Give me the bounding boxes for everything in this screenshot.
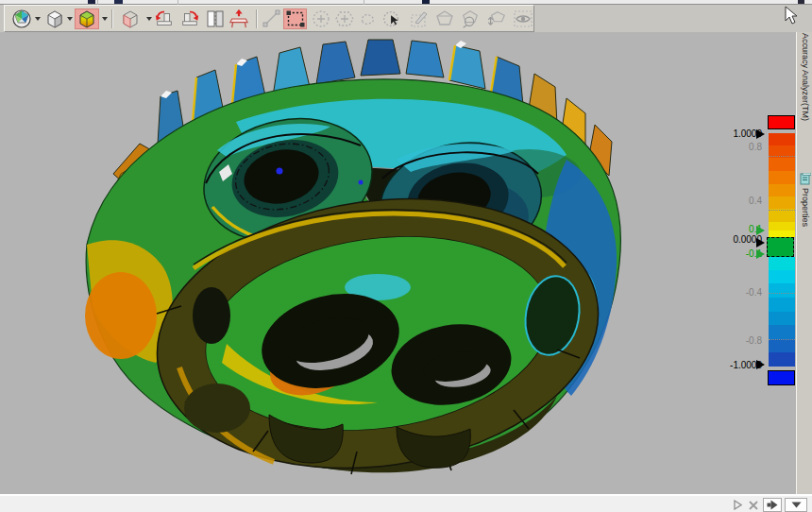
brush-select-icon — [409, 9, 430, 29]
clipping-cube-button[interactable] — [120, 9, 141, 29]
menu-fragment — [114, 0, 123, 4]
legend-marker-n01[interactable] — [756, 249, 765, 259]
circle-select-button[interactable] — [311, 9, 331, 29]
surface-select-icon — [434, 9, 455, 29]
menu-fragment — [88, 0, 95, 4]
model-viewport[interactable]: 1.0000 0.8 0.4 0.1 0.0000 -0.1 -0.4 -0.8… — [0, 32, 797, 494]
polygon-select-button[interactable] — [334, 9, 355, 29]
legend-label-n01: -0.1 — [702, 248, 762, 260]
reference-point-marker-2 — [359, 180, 364, 185]
mouse-cursor — [785, 6, 800, 25]
color-map-dropdown[interactable] — [102, 17, 108, 21]
legend-gridline-n04 — [769, 293, 795, 294]
table-up-arrow-icon — [228, 8, 249, 30]
clipped-menu-strip — [0, 0, 812, 5]
legend-label-zero: 0.0000 — [702, 234, 762, 246]
surface-lasso-icon — [460, 9, 481, 29]
close-icon — [749, 501, 758, 510]
split-view-icon — [206, 9, 225, 29]
shaded-view-dropdown[interactable] — [67, 17, 73, 21]
through-surface-select-button[interactable] — [486, 9, 507, 29]
surface-select-button[interactable] — [434, 9, 455, 29]
surface-lasso-select-button[interactable] — [460, 9, 481, 29]
eye-select-icon — [513, 9, 533, 29]
color-map-cube-icon — [76, 9, 97, 29]
freeform-select-icon — [358, 9, 379, 29]
legend-label-max: 1.0000 — [702, 128, 762, 140]
menu-fragment — [422, 0, 430, 4]
rectangle-select-icon — [285, 9, 306, 29]
legend-label-08: 0.8 — [702, 142, 762, 153]
shaded-view-button[interactable] — [44, 9, 65, 29]
view-select-toolbar — [4, 5, 534, 32]
legend-min-color-block[interactable] — [768, 370, 795, 385]
tab-properties-label: Properties — [801, 188, 810, 227]
legend-label-04: 0.4 — [702, 196, 762, 207]
legend-gridline-04 — [769, 210, 795, 211]
properties-icon — [800, 173, 811, 185]
legend-label-n08: -0.8 — [702, 335, 762, 347]
menu-fragment — [798, 0, 804, 4]
clipping-cube-icon — [120, 9, 141, 29]
tab-accuracy-analyzer[interactable]: Accuracy Analyzer(TM) — [798, 18, 812, 121]
clipping-cube-dropdown[interactable] — [146, 17, 152, 21]
step-forward-icon — [767, 500, 778, 510]
legend-gridline-n08 — [769, 339, 795, 340]
line-select-button[interactable] — [262, 9, 282, 29]
view-orientation-dropdown[interactable] — [35, 17, 41, 21]
reset-table-view-button[interactable] — [228, 9, 249, 29]
visible-only-select-button[interactable] — [513, 9, 533, 29]
bottom-status-bar — [0, 494, 812, 512]
legend-zero-color-block[interactable] — [767, 237, 794, 257]
tab-properties[interactable]: Properties — [798, 173, 812, 227]
view-orientation-button[interactable] — [11, 9, 32, 29]
toolbar — [0, 5, 812, 32]
freeform-select-button[interactable] — [358, 9, 379, 29]
rotate-view-right-button[interactable] — [179, 9, 200, 29]
play-outline-icon — [734, 500, 742, 510]
split-view-button[interactable] — [205, 9, 226, 29]
legend-gridline-08 — [769, 156, 795, 157]
brush-select-button[interactable] — [409, 9, 430, 29]
legend-label-min: -1.0000 — [702, 360, 762, 371]
legend-max-color-block[interactable] — [768, 115, 795, 129]
legend-marker-zero[interactable] — [756, 238, 765, 247]
rectangle-select-button[interactable] — [283, 9, 307, 29]
tab-accuracy-analyzer-label: Accuracy Analyzer(TM) — [801, 33, 810, 121]
step-forward-button[interactable] — [763, 498, 782, 512]
line-select-icon — [262, 9, 282, 29]
close-button[interactable] — [747, 498, 760, 512]
chevron-down-icon — [791, 502, 802, 508]
pointer-select-icon — [381, 9, 402, 29]
pointer-select-button[interactable] — [381, 9, 402, 29]
rotate-view-left-button[interactable] — [154, 9, 175, 29]
circle-select-icon — [311, 9, 331, 29]
polygon-select-icon — [334, 9, 355, 29]
view-orientation-icon — [11, 9, 32, 29]
legend-label-n04: -0.4 — [702, 287, 762, 299]
rotate-left-icon — [154, 9, 175, 29]
more-dropdown-button[interactable] — [785, 498, 807, 512]
legend-marker-max[interactable] — [756, 129, 765, 139]
shaded-cube-icon — [44, 9, 65, 29]
legend-gradient-positive[interactable] — [769, 133, 795, 237]
through-select-icon — [486, 8, 507, 30]
rotate-right-icon — [179, 9, 200, 29]
play-outline-button[interactable] — [731, 498, 744, 512]
legend-marker-01[interactable] — [756, 226, 765, 235]
side-panel-tab-strip: Accuracy Analyzer(TM) Properties — [796, 5, 812, 494]
color-map-view-button[interactable] — [75, 9, 99, 29]
model-3d-render — [0, 32, 797, 494]
legend-gradient-negative[interactable] — [769, 257, 795, 367]
legend-marker-min[interactable] — [756, 360, 765, 369]
reference-point-marker — [277, 168, 283, 175]
